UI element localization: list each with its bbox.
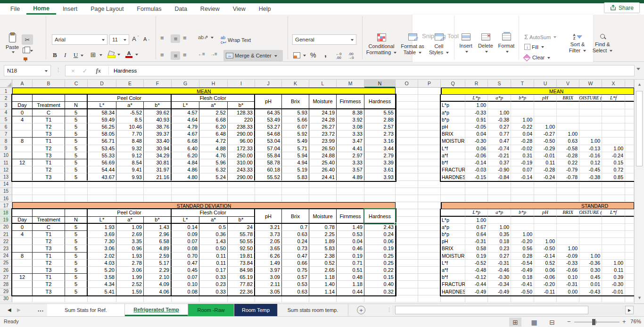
percent-style-button[interactable]: % bbox=[310, 51, 316, 59]
cell[interactable]: 5 bbox=[65, 131, 88, 138]
column-header-F[interactable]: F bbox=[144, 80, 172, 88]
cell[interactable]: -0.74 bbox=[488, 145, 511, 152]
cell[interactable]: -0.45 bbox=[579, 166, 602, 173]
cell[interactable]: 0.47 bbox=[488, 138, 511, 145]
cell[interactable]: T3 bbox=[33, 173, 65, 180]
column-header-E[interactable]: E bbox=[116, 80, 144, 88]
cell[interactable]: 38.76 bbox=[144, 123, 172, 131]
cell[interactable]: -0.13 bbox=[579, 145, 602, 152]
cell[interactable]: 3.06 bbox=[116, 267, 144, 274]
cell[interactable] bbox=[625, 260, 634, 267]
cell[interactable]: 56.69 bbox=[88, 159, 116, 166]
cell[interactable]: 5 bbox=[65, 152, 88, 159]
cell[interactable]: 3.09 bbox=[255, 274, 282, 281]
cell[interactable]: 3.65 bbox=[255, 245, 282, 252]
column-header-P[interactable]: P bbox=[418, 80, 441, 88]
cell[interactable]: 0.10 bbox=[172, 281, 199, 288]
cell[interactable] bbox=[534, 231, 557, 238]
cell[interactable] bbox=[625, 159, 634, 166]
cell[interactable]: 0.75 bbox=[282, 267, 309, 274]
cell[interactable]: 22.36 bbox=[228, 288, 255, 295]
column-header-O[interactable]: O bbox=[396, 80, 418, 88]
cell[interactable]: T2 bbox=[33, 281, 65, 288]
cell[interactable]: 0.19 bbox=[465, 253, 488, 260]
cell[interactable] bbox=[625, 267, 634, 274]
cell[interactable]: -0.50 bbox=[534, 245, 557, 252]
row-header-20[interactable]: 20 bbox=[0, 224, 12, 231]
cell[interactable]: 0.06 bbox=[534, 267, 557, 274]
cell[interactable] bbox=[625, 231, 634, 238]
cell[interactable]: 53.04 bbox=[255, 138, 282, 145]
cell[interactable]: 5.19 bbox=[282, 166, 309, 173]
cell[interactable]: -0.28 bbox=[511, 138, 534, 145]
cell[interactable]: 3.08 bbox=[337, 123, 364, 131]
column-header-V[interactable]: V bbox=[557, 80, 579, 88]
cell[interactable]: 2.05 bbox=[255, 238, 282, 245]
cell[interactable] bbox=[12, 288, 33, 295]
row-header-1[interactable]: 1 bbox=[0, 88, 12, 95]
matrix-row-label[interactable]: HARDNESS bbox=[441, 288, 465, 295]
page-layout-view-button[interactable]: ▦ bbox=[528, 318, 540, 327]
cell[interactable] bbox=[488, 102, 511, 109]
cell[interactable]: 4 bbox=[12, 231, 33, 238]
select-all-corner[interactable] bbox=[0, 80, 12, 88]
align-center-button[interactable]: ≡ bbox=[171, 51, 180, 60]
cell[interactable] bbox=[602, 224, 625, 231]
matrix-row-label[interactable]: pH bbox=[441, 123, 465, 131]
row-header-8[interactable]: 8 bbox=[0, 138, 12, 145]
cell[interactable]: 55.84 bbox=[255, 152, 282, 159]
autosum-button[interactable]: Σ AutoSum bbox=[524, 33, 556, 41]
cell[interactable]: 6.07 bbox=[282, 123, 309, 131]
cell[interactable]: 3.61 bbox=[364, 166, 396, 173]
cell[interactable]: 0.45 bbox=[579, 274, 602, 281]
copy-button[interactable] bbox=[23, 48, 33, 53]
column-header-T[interactable]: T bbox=[511, 80, 534, 88]
row-header-22[interactable]: 22 bbox=[0, 238, 12, 245]
cell[interactable]: -0.01 bbox=[534, 152, 557, 159]
cell[interactable]: 2.97 bbox=[337, 152, 364, 159]
cell[interactable]: 128.33 bbox=[228, 109, 255, 116]
cell[interactable]: 12 bbox=[12, 159, 33, 166]
cell[interactable]: 5.66 bbox=[282, 116, 309, 123]
cell[interactable]: 4.89 bbox=[337, 173, 364, 180]
cell[interactable]: 6.32 bbox=[199, 166, 228, 173]
cell[interactable] bbox=[625, 281, 634, 288]
cell[interactable]: 2.43 bbox=[364, 224, 396, 231]
column-header-I[interactable]: I bbox=[228, 80, 255, 88]
cell[interactable]: 58.34 bbox=[88, 109, 116, 116]
cell[interactable]: 0.08 bbox=[172, 245, 199, 252]
matrix-row-label[interactable]: L*f bbox=[441, 145, 465, 152]
header-ph[interactable]: pH bbox=[255, 95, 282, 109]
cell[interactable]: C bbox=[33, 109, 65, 116]
cell[interactable]: 0.12 bbox=[579, 159, 602, 166]
cell[interactable]: 2.57 bbox=[364, 123, 396, 131]
matrix-row-label[interactable]: L*p bbox=[441, 102, 465, 109]
cell[interactable]: 0.47 bbox=[172, 260, 199, 267]
cell[interactable]: 0 bbox=[12, 224, 33, 231]
cell[interactable] bbox=[602, 116, 625, 123]
horizontal-scroll-thumb[interactable] bbox=[395, 306, 588, 314]
cell[interactable]: 8.38 bbox=[337, 109, 364, 116]
insert-cells-button[interactable]: Insert bbox=[456, 33, 475, 53]
cell[interactable] bbox=[625, 224, 634, 231]
cell[interactable]: 31.97 bbox=[144, 166, 172, 173]
cell[interactable]: 10.46 bbox=[116, 123, 144, 131]
cell[interactable]: 4.79 bbox=[172, 123, 199, 131]
cell[interactable]: 0.56 bbox=[511, 245, 534, 252]
cell[interactable] bbox=[625, 253, 634, 260]
cell[interactable]: 0.72 bbox=[602, 166, 625, 173]
cell[interactable]: 0.51 bbox=[337, 267, 364, 274]
cell[interactable]: -0.11 bbox=[534, 288, 557, 295]
header-sub[interactable]: b* bbox=[144, 217, 172, 224]
cell[interactable]: 2.96 bbox=[144, 231, 172, 238]
cell[interactable]: 0.27 bbox=[488, 253, 511, 260]
matrix-col-header[interactable]: b*p bbox=[511, 95, 534, 102]
header-sub[interactable]: L* bbox=[88, 217, 116, 224]
cell[interactable]: 0.30 bbox=[579, 267, 602, 274]
cell[interactable]: T2 bbox=[33, 166, 65, 173]
cell[interactable]: 9.12 bbox=[116, 152, 144, 159]
cell[interactable]: 1.00 bbox=[579, 138, 602, 145]
row-header-23[interactable]: 23 bbox=[0, 245, 12, 252]
cell[interactable]: 23.72 bbox=[309, 131, 337, 138]
new-sheet-button[interactable]: + bbox=[357, 306, 365, 314]
